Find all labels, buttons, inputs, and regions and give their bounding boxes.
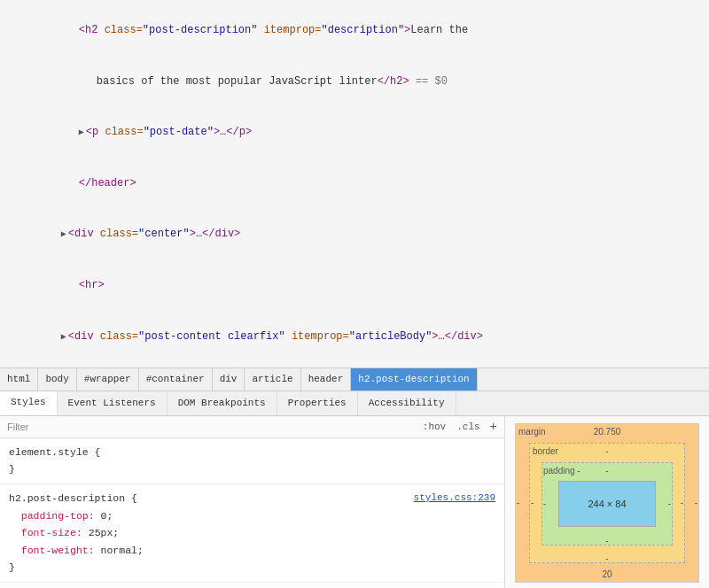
source-panel: <h2 class="post-description" itemprop="d… <box>0 0 709 368</box>
filter-cls-button[interactable]: .cls <box>454 421 482 433</box>
breadcrumb-wrapper[interactable]: #wrapper <box>77 368 139 391</box>
tab-dom-breakpoints[interactable]: DOM Breakpoints <box>168 391 277 415</box>
border-bottom-value: - <box>605 553 608 563</box>
filter-bar: Filter :hov .cls + <box>0 416 504 438</box>
source-triangle-3[interactable]: ▶ <box>79 128 84 137</box>
css-rule-media-query: @media only screen and (max-width: 600px… <box>0 583 504 588</box>
source-line-5: ▶<div class="center">…</div> <box>9 209 700 260</box>
breadcrumb-body[interactable]: body <box>38 368 76 391</box>
source-line-6: <hr> <box>9 260 700 312</box>
source-triangle-7[interactable]: ▶ <box>61 332 66 342</box>
box-model-diagram: margin 20.750 20 - - border - <box>515 423 699 583</box>
box-model-panel: margin 20.750 20 - - border - <box>505 416 709 588</box>
breadcrumb-article[interactable]: article <box>245 368 300 391</box>
content-size: 244 × 84 <box>588 499 626 509</box>
source-triangle-5[interactable]: ▶ <box>61 229 66 239</box>
main-content: Filter :hov .cls + element.style { } h2.… <box>0 416 709 588</box>
padding-right-value: - <box>668 499 671 508</box>
breadcrumb: html body #wrapper #container div articl… <box>0 368 709 391</box>
filter-plus-button[interactable]: + <box>490 420 497 434</box>
source-line-2: basics of the most popular JavaScript li… <box>9 57 700 108</box>
margin-bottom-value: 20 <box>602 569 612 579</box>
tab-styles[interactable]: Styles <box>0 391 58 415</box>
tab-accessibility[interactable]: Accessibility <box>358 391 456 415</box>
padding-bottom-value: - <box>605 536 608 545</box>
margin-right-value: - <box>695 498 697 507</box>
breadcrumb-h2-post-description[interactable]: h2.post-description <box>351 368 477 391</box>
padding-top-value: - <box>605 466 608 476</box>
breadcrumb-html[interactable]: html <box>0 368 38 391</box>
breadcrumb-container[interactable]: #container <box>139 368 213 391</box>
breadcrumb-header[interactable]: header <box>301 368 352 391</box>
border-right-value: - <box>681 498 683 507</box>
margin-left-value: - <box>517 498 519 507</box>
tab-event-listeners[interactable]: Event Listeners <box>58 391 168 415</box>
source-line-1: <h2 class="post-description" itemprop="d… <box>9 5 700 57</box>
filter-label: Filter <box>7 422 28 432</box>
tabs-row: Styles Event Listeners DOM Breakpoints P… <box>0 391 709 416</box>
source-line-7: ▶<div class="post-content clearfix" item… <box>9 311 700 362</box>
css-rule-h2-post-description: h2.post-description { styles.css:239 pad… <box>0 484 504 583</box>
padding-left-value: - <box>543 499 546 508</box>
styles-panel: Filter :hov .cls + element.style { } h2.… <box>0 416 505 588</box>
margin-top-value: 20.750 <box>594 427 621 437</box>
source-line-1-content: <h2 class="post-description" itemprop="d… <box>79 24 468 36</box>
source-line-4: </header> <box>9 159 700 210</box>
tab-properties[interactable]: Properties <box>277 391 358 415</box>
border-left-value: - <box>531 498 534 507</box>
border-top-value: - <box>605 446 608 456</box>
breadcrumb-div[interactable]: div <box>213 368 245 391</box>
filter-hov-button[interactable]: :hov <box>420 421 448 433</box>
source-link-h2-post-desc[interactable]: styles.css:239 <box>414 490 495 507</box>
source-line-3: ▶<p class="post-date">…</p> <box>9 107 700 159</box>
bm-content-box: 244 × 84 <box>558 481 656 527</box>
css-rule-element-style: element.style { } <box>0 438 504 484</box>
